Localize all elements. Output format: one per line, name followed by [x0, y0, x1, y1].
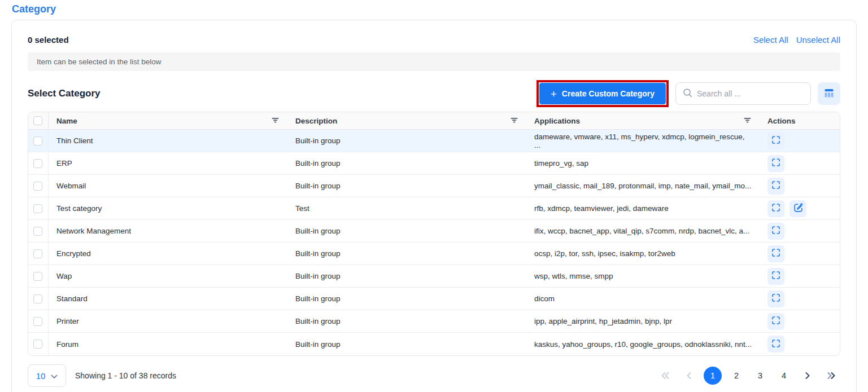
table-row[interactable]: Standard Built-in group dicom: [28, 288, 840, 310]
selected-count: 0 selected: [28, 35, 69, 45]
double-chevron-right-icon: [827, 372, 836, 380]
select-all-checkbox[interactable]: [33, 116, 42, 125]
row-name: ERP: [56, 159, 72, 168]
expand-row-button[interactable]: [767, 200, 784, 217]
search-input[interactable]: [697, 89, 804, 98]
page-title: Category: [0, 0, 868, 20]
row-name: Test category: [56, 204, 102, 213]
page-number-button[interactable]: 1: [704, 367, 722, 385]
first-page-button[interactable]: [656, 367, 674, 385]
page-number-button[interactable]: 3: [751, 367, 769, 385]
expand-row-button[interactable]: [767, 290, 784, 307]
column-header-applications: Applications: [534, 117, 580, 125]
expand-row-button[interactable]: [767, 178, 784, 195]
table-row[interactable]: Test category Test rfb, xdmcp, teamviewe…: [28, 197, 840, 220]
row-checkbox[interactable]: [33, 227, 42, 236]
expand-icon: [771, 293, 781, 305]
plus-icon: +: [551, 89, 557, 99]
table-row[interactable]: Printer Built-in group ipp, apple_airpri…: [28, 310, 840, 333]
expand-icon: [771, 225, 781, 237]
table-row[interactable]: Encrypted Built-in group ocsp, i2p, tor,…: [28, 243, 840, 265]
table-header-row: Name Description Applications Actions: [28, 112, 840, 130]
row-applications: kaskus, yahoo_groups, r10, google_groups…: [534, 340, 752, 349]
column-settings-button[interactable]: [818, 82, 840, 105]
expand-icon: [771, 315, 781, 327]
page-number-button[interactable]: 4: [775, 367, 793, 385]
page-number-button[interactable]: 2: [727, 367, 745, 385]
chevron-left-icon: [686, 372, 692, 380]
row-checkbox[interactable]: [33, 294, 42, 303]
search-icon: [683, 88, 692, 100]
row-description: Built-in group: [295, 136, 341, 145]
row-checkbox[interactable]: [33, 136, 42, 146]
table-row[interactable]: Webmail Built-in group ymail_classic, ma…: [28, 175, 840, 197]
expand-row-button[interactable]: [767, 223, 784, 240]
row-checkbox[interactable]: [33, 204, 42, 213]
filter-icon[interactable]: [743, 117, 752, 125]
row-applications: ymail_classic, mail_189, protonmail, imp…: [534, 182, 751, 190]
table-row[interactable]: Network Management Built-in group ifix, …: [28, 220, 840, 243]
row-description: Built-in group: [295, 182, 341, 190]
annotation-highlight: + Create Custom Category: [536, 80, 669, 107]
row-checkbox[interactable]: [33, 272, 42, 281]
last-page-button[interactable]: [822, 367, 840, 385]
expand-row-button[interactable]: [767, 133, 784, 149]
selection-hint: Item can be selected in the list below: [28, 52, 840, 71]
select-all-link[interactable]: Select All: [753, 35, 788, 45]
row-checkbox[interactable]: [33, 182, 42, 191]
row-name: Wap: [56, 272, 72, 280]
row-description: Built-in group: [295, 317, 341, 325]
create-custom-category-button[interactable]: + Create Custom Category: [539, 83, 666, 104]
row-checkbox[interactable]: [33, 249, 42, 258]
expand-icon: [771, 202, 781, 214]
row-checkbox[interactable]: [33, 317, 42, 326]
row-description: Built-in group: [295, 227, 341, 235]
filter-icon[interactable]: [510, 117, 518, 125]
column-header-actions: Actions: [767, 117, 796, 125]
chevron-down-icon: [51, 371, 58, 381]
row-name: Webmail: [56, 182, 86, 190]
edit-row-button[interactable]: [790, 200, 806, 217]
section-title: Select Category: [28, 88, 536, 99]
expand-icon: [771, 270, 781, 282]
columns-icon: [823, 87, 835, 100]
expand-row-button[interactable]: [767, 268, 784, 285]
page-size-value: 10: [36, 371, 46, 381]
filter-icon[interactable]: [271, 117, 280, 125]
expand-row-button[interactable]: [767, 336, 784, 353]
expand-icon: [771, 338, 781, 350]
search-box[interactable]: [675, 82, 811, 105]
expand-row-button[interactable]: [767, 313, 784, 330]
expand-icon: [771, 135, 781, 147]
create-button-label: Create Custom Category: [562, 89, 655, 98]
row-description: Built-in group: [295, 340, 341, 349]
page-size-select[interactable]: 10: [28, 364, 66, 387]
prev-page-button[interactable]: [680, 367, 698, 385]
unselect-all-link[interactable]: Unselect All: [796, 35, 840, 45]
category-table: Name Description Applications Actions Th…: [28, 112, 840, 356]
row-applications: ipp, apple_airprint, hp_jetadmin, bjnp, …: [534, 317, 672, 325]
row-description: Built-in group: [295, 249, 341, 258]
row-name: Network Management: [56, 227, 131, 235]
category-panel: 0 selected Select All Unselect All Item …: [11, 20, 857, 392]
table-row[interactable]: Wap Built-in group wsp, wtls, mmse, smpp: [28, 265, 840, 288]
row-description: Test: [295, 204, 309, 213]
table-row[interactable]: Thin Client Built-in group dameware, vmw…: [28, 130, 840, 152]
table-row[interactable]: Forum Built-in group kaskus, yahoo_group…: [28, 333, 840, 355]
expand-icon: [771, 157, 781, 169]
expand-row-button[interactable]: [767, 245, 784, 262]
row-name: Thin Client: [56, 136, 93, 145]
column-header-name: Name: [56, 117, 77, 125]
row-checkbox[interactable]: [33, 159, 42, 168]
row-name: Standard: [56, 294, 88, 303]
double-chevron-left-icon: [661, 372, 670, 380]
row-applications: dameware, vmware, x11, ms_hyperv, xdmcp,…: [534, 133, 744, 149]
table-row[interactable]: ERP Built-in group timepro_vg, sap: [28, 152, 840, 175]
row-checkbox[interactable]: [33, 340, 42, 349]
next-page-button[interactable]: [799, 367, 817, 385]
expand-icon: [771, 248, 781, 259]
edit-icon: [793, 202, 804, 215]
row-applications: ocsp, i2p, tor, ssh, ipsec, isakmp, tor2…: [534, 249, 675, 258]
row-applications: dicom: [534, 294, 555, 303]
expand-row-button[interactable]: [767, 155, 784, 172]
